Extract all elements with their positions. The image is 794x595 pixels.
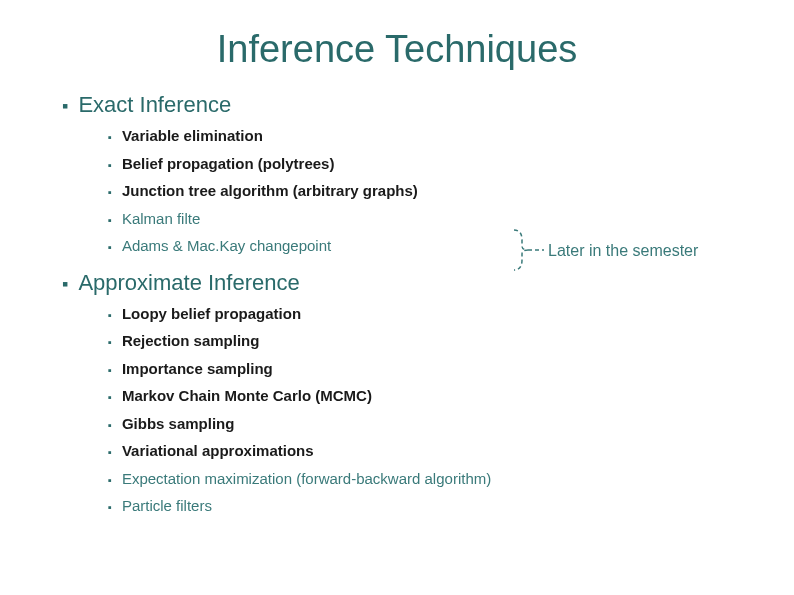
list-item: ▪ Belief propagation (polytrees)	[108, 154, 742, 174]
bullet-icon: ▪	[108, 390, 112, 405]
bullet-icon: ▪	[108, 363, 112, 378]
bullet-icon: ▪	[108, 445, 112, 460]
item-text: Expectation maximization (forward-backwa…	[122, 469, 491, 489]
bullet-icon: ▪	[108, 240, 112, 255]
item-text: Variable elimination	[122, 126, 263, 146]
bullet-icon: ▪	[62, 96, 68, 118]
list-item: ▪ Importance sampling	[108, 359, 742, 379]
list-item: ▪ Kalman filte	[108, 209, 742, 229]
slide-content: ▪ Exact Inference ▪ Variable elimination…	[62, 92, 742, 530]
bullet-icon: ▪	[108, 158, 112, 173]
bullet-icon: ▪	[108, 130, 112, 145]
section-label: Approximate Inference	[78, 270, 299, 296]
bullet-icon: ▪	[108, 500, 112, 515]
list-item: ▪ Junction tree algorithm (arbitrary gra…	[108, 181, 742, 201]
bullet-icon: ▪	[62, 274, 68, 296]
bullet-icon: ▪	[108, 473, 112, 488]
list-item: ▪ Expectation maximization (forward-back…	[108, 469, 742, 489]
item-text: Markov Chain Monte Carlo (MCMC)	[122, 386, 372, 406]
list-item: ▪ Rejection sampling	[108, 331, 742, 351]
item-text: Junction tree algorithm (arbitrary graph…	[122, 181, 418, 201]
list-item: ▪ Loopy belief propagation	[108, 304, 742, 324]
item-text: Importance sampling	[122, 359, 273, 379]
bullet-icon: ▪	[108, 213, 112, 228]
item-text: Belief propagation (polytrees)	[122, 154, 335, 174]
item-text: Particle filters	[122, 496, 212, 516]
callout-label: Later in the semester	[548, 242, 698, 260]
section-heading-exact: ▪ Exact Inference	[62, 92, 742, 118]
bullet-icon: ▪	[108, 308, 112, 323]
slide: Inference Techniques ▪ Exact Inference ▪…	[0, 0, 794, 595]
approx-list: ▪ Loopy belief propagation ▪ Rejection s…	[108, 304, 742, 516]
item-text: Adams & Mac.Kay changepoint	[122, 236, 331, 256]
bracket-icon	[508, 228, 544, 272]
bullet-icon: ▪	[108, 185, 112, 200]
item-text: Gibbs sampling	[122, 414, 235, 434]
slide-title: Inference Techniques	[0, 28, 794, 71]
section-heading-approx: ▪ Approximate Inference	[62, 270, 742, 296]
item-text: Loopy belief propagation	[122, 304, 301, 324]
item-text: Rejection sampling	[122, 331, 260, 351]
bullet-icon: ▪	[108, 418, 112, 433]
item-text: Variational approximations	[122, 441, 314, 461]
list-item: ▪ Markov Chain Monte Carlo (MCMC)	[108, 386, 742, 406]
bullet-icon: ▪	[108, 335, 112, 350]
list-item: ▪ Variational approximations	[108, 441, 742, 461]
item-text: Kalman filte	[122, 209, 200, 229]
list-item: ▪ Gibbs sampling	[108, 414, 742, 434]
section-label: Exact Inference	[78, 92, 231, 118]
list-item: ▪ Variable elimination	[108, 126, 742, 146]
list-item: ▪ Particle filters	[108, 496, 742, 516]
exact-list: ▪ Variable elimination ▪ Belief propagat…	[108, 126, 742, 256]
